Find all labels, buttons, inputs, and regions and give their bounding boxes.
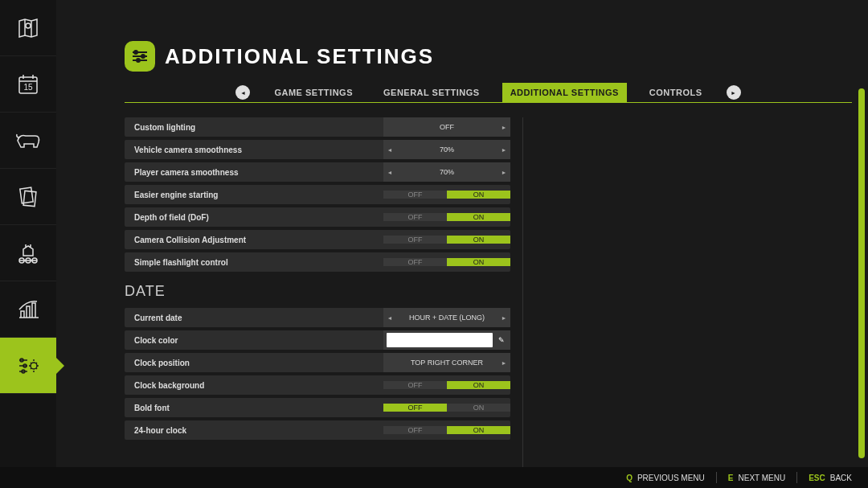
selector-prev-arrow[interactable]: ◄ bbox=[383, 308, 396, 327]
sidebar-item-calendar[interactable]: 15 bbox=[0, 56, 56, 113]
setting-row: Clock backgroundOFFON bbox=[125, 375, 510, 395]
toggle-off[interactable]: OFF bbox=[383, 381, 447, 389]
footer-next-menu[interactable]: E NEXT MENU bbox=[728, 474, 785, 482]
toggle[interactable]: OFFON bbox=[383, 398, 510, 417]
setting-label: Easier engine starting bbox=[125, 191, 383, 199]
sliders-icon bbox=[125, 41, 155, 72]
color-swatch[interactable] bbox=[387, 333, 493, 347]
toggle[interactable]: OFFON bbox=[383, 207, 510, 227]
cow-icon bbox=[14, 129, 42, 152]
key-q: Q bbox=[626, 474, 633, 482]
setting-row: Clock color✎ bbox=[125, 330, 510, 350]
setting-row: Vehicle camera smoothness◄70%► bbox=[125, 140, 510, 159]
setting-row: Current date◄HOUR + DATE (LONG)► bbox=[125, 308, 510, 327]
toggle-off[interactable]: OFF bbox=[383, 258, 447, 266]
svg-rect-4 bbox=[23, 191, 36, 206]
header: ADDITIONAL SETTINGS bbox=[125, 0, 852, 76]
toggle[interactable]: OFFON bbox=[383, 230, 510, 249]
tab-controls[interactable]: CONTROLS bbox=[641, 83, 710, 102]
setting-row: Clock positionTOP RIGHT CORNER► bbox=[125, 353, 510, 372]
toggle-on[interactable]: ON bbox=[447, 236, 510, 244]
tabs-divider bbox=[125, 102, 852, 103]
sidebar-item-settings[interactable] bbox=[0, 338, 56, 394]
setting-row: 24-hour clockOFFON bbox=[125, 420, 510, 440]
selector[interactable]: ◄70%► bbox=[383, 162, 510, 182]
setting-row: Player camera smoothness◄70%► bbox=[125, 162, 510, 182]
setting-label: Clock background bbox=[125, 381, 383, 390]
setting-label: Player camera smoothness bbox=[125, 168, 383, 177]
selector[interactable]: ◄HOUR + DATE (LONG)► bbox=[383, 308, 510, 327]
color-control[interactable]: ✎ bbox=[383, 330, 510, 350]
footer-next-label: NEXT MENU bbox=[738, 474, 785, 482]
tab-prev-arrow[interactable]: ◄ bbox=[235, 85, 250, 100]
setting-row: Easier engine startingOFFON bbox=[125, 185, 510, 204]
settings-column: Custom lightingOFF►Vehicle camera smooth… bbox=[125, 117, 510, 471]
tab-general-settings[interactable]: GENERAL SETTINGS bbox=[375, 83, 488, 102]
setting-row: Custom lightingOFF► bbox=[125, 117, 510, 137]
toggle-on[interactable]: ON bbox=[447, 381, 510, 389]
key-esc: ESC bbox=[809, 474, 825, 482]
toggle-on[interactable]: ON bbox=[447, 404, 510, 412]
toggle-off[interactable]: OFF bbox=[383, 426, 447, 434]
column-separator bbox=[522, 117, 523, 471]
sliders-gear-icon bbox=[16, 355, 40, 377]
setting-label: Bold font bbox=[125, 404, 383, 412]
tab-next-arrow[interactable]: ► bbox=[727, 85, 741, 100]
setting-label: Vehicle camera smoothness bbox=[125, 146, 383, 154]
selector-next-arrow[interactable]: ► bbox=[497, 353, 510, 372]
selector[interactable]: TOP RIGHT CORNER► bbox=[383, 353, 510, 372]
toggle[interactable]: OFFON bbox=[383, 420, 510, 440]
documents-icon bbox=[16, 185, 40, 209]
svg-rect-3 bbox=[20, 187, 33, 203]
selector-prev-arrow[interactable]: ◄ bbox=[383, 162, 396, 182]
selector-prev-arrow[interactable]: ◄ bbox=[383, 140, 396, 159]
selector-next-arrow[interactable]: ► bbox=[497, 140, 510, 159]
selector-next-arrow[interactable]: ► bbox=[497, 117, 510, 137]
svg-point-11 bbox=[31, 363, 37, 369]
map-icon bbox=[15, 15, 41, 41]
selector-next-arrow[interactable]: ► bbox=[497, 308, 510, 327]
toggle-off[interactable]: OFF bbox=[383, 236, 447, 244]
setting-label: Custom lighting bbox=[125, 123, 383, 132]
toggle-off[interactable]: OFF bbox=[383, 404, 447, 412]
footer-back[interactable]: ESC BACK bbox=[809, 474, 852, 482]
setting-label: Camera Collision Adjustment bbox=[125, 236, 383, 244]
setting-row: Simple flashlight controlOFFON bbox=[125, 252, 510, 272]
toggle-on[interactable]: ON bbox=[447, 213, 510, 221]
selector-value: 70% bbox=[440, 146, 454, 154]
eyedropper-icon[interactable]: ✎ bbox=[496, 334, 507, 346]
selector[interactable]: ◄70%► bbox=[383, 140, 510, 159]
svg-point-12 bbox=[134, 51, 137, 54]
sidebar-item-livestock[interactable] bbox=[0, 113, 56, 169]
footer-prev-menu[interactable]: Q PREVIOUS MENU bbox=[626, 474, 705, 482]
toggle[interactable]: OFFON bbox=[383, 252, 510, 272]
scrollbar[interactable] bbox=[858, 88, 865, 458]
key-e: E bbox=[728, 474, 734, 482]
selector-value: OFF bbox=[440, 123, 454, 131]
selector-value: TOP RIGHT CORNER bbox=[411, 359, 483, 367]
setting-label: Clock color bbox=[125, 336, 383, 345]
toggle[interactable]: OFFON bbox=[383, 375, 510, 395]
tab-additional-settings[interactable]: ADDITIONAL SETTINGS bbox=[502, 83, 627, 102]
toggle-on[interactable]: ON bbox=[447, 258, 510, 266]
setting-label: 24-hour clock bbox=[125, 426, 383, 435]
selector-next-arrow[interactable]: ► bbox=[497, 162, 510, 182]
main-panel: ADDITIONAL SETTINGS ◄ GAME SETTINGSGENER… bbox=[56, 0, 868, 488]
sidebar-item-map[interactable] bbox=[0, 0, 56, 56]
sidebar-item-documents[interactable] bbox=[0, 169, 56, 225]
tab-game-settings[interactable]: GAME SETTINGS bbox=[266, 83, 361, 102]
toggle-off[interactable]: OFF bbox=[383, 191, 447, 199]
setting-label: Simple flashlight control bbox=[125, 258, 383, 267]
sidebar-item-production[interactable] bbox=[0, 225, 56, 281]
selector[interactable]: OFF► bbox=[383, 117, 510, 137]
setting-label: Current date bbox=[125, 314, 383, 322]
toggle-off[interactable]: OFF bbox=[383, 213, 447, 221]
toggle-on[interactable]: ON bbox=[447, 426, 510, 434]
scrollbar-thumb[interactable] bbox=[858, 88, 865, 458]
footer-back-label: BACK bbox=[830, 474, 852, 482]
toggle[interactable]: OFFON bbox=[383, 185, 510, 204]
toggle-on[interactable]: ON bbox=[447, 191, 510, 199]
sidebar-item-stats[interactable] bbox=[0, 281, 56, 338]
tabs-row: ◄ GAME SETTINGSGENERAL SETTINGSADDITIONA… bbox=[125, 83, 852, 102]
selector-value: HOUR + DATE (LONG) bbox=[409, 314, 485, 322]
